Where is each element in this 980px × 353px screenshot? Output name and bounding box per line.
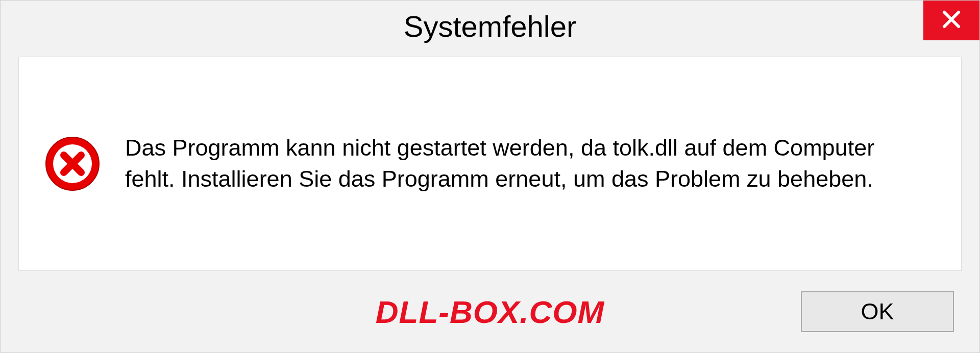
- watermark-text: DLL-BOX.COM: [376, 294, 604, 330]
- close-icon: [941, 9, 962, 32]
- content-panel: Das Programm kann nicht gestartet werden…: [18, 57, 962, 271]
- close-button[interactable]: [923, 1, 979, 40]
- ok-button[interactable]: OK: [801, 291, 954, 332]
- dialog-title: Systemfehler: [404, 9, 576, 43]
- error-dialog: Systemfehler Das Programm kann nicht ges…: [0, 0, 980, 353]
- titlebar: Systemfehler: [1, 1, 979, 52]
- dialog-footer: DLL-BOX.COM OK: [1, 271, 979, 352]
- error-message: Das Programm kann nicht gestartet werden…: [125, 133, 891, 195]
- error-icon: [44, 136, 101, 192]
